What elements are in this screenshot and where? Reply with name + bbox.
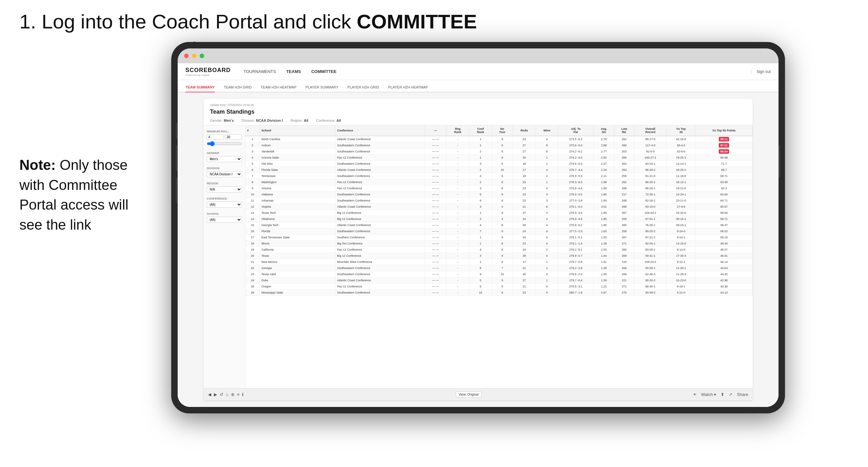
avg-sg-cell: 3.01 xyxy=(593,204,614,210)
table-row[interactable]: 23 Texas A&M Southeastern Conference — —… xyxy=(246,271,753,277)
view-original-button[interactable]: View: Original xyxy=(456,392,482,398)
vs50-points-cell: 60.94 xyxy=(695,191,753,198)
avg-sg-cell: 1.30 xyxy=(593,271,614,277)
info-icon[interactable]: ℹ xyxy=(242,392,244,397)
overall-cell: 86-26-1 xyxy=(634,185,666,191)
table-row[interactable]: 24 Duke Atlantic Coast Conference — — - … xyxy=(246,277,753,284)
rounds-slider[interactable] xyxy=(207,141,242,146)
conference-select[interactable]: (All) xyxy=(207,201,242,208)
vs50-points-cell: 85.98 xyxy=(695,155,753,161)
export-icon[interactable]: ⬆ xyxy=(721,392,724,397)
col-vs-top25: Vs Top25 xyxy=(666,125,695,136)
nav-arrows: — — xyxy=(425,253,446,259)
share-button[interactable]: Share xyxy=(737,392,748,397)
table-row[interactable]: 9 Arizona Pac-12 Conference — — - 3 8 23… xyxy=(246,185,753,191)
vs25-cell: 13-15-0 xyxy=(666,241,695,247)
conference-cell: Southeastern Conference xyxy=(335,265,425,271)
wins-cell: 6 xyxy=(536,204,558,210)
bookmark-icon[interactable]: ⊕ xyxy=(231,392,235,397)
nav-arrows: — — xyxy=(425,277,446,284)
table-row[interactable]: 18 Illinois Big Ten Conference — — - 1 8… xyxy=(246,241,753,247)
wins-cell: 0 xyxy=(536,290,558,296)
vs25-cell: 9-24-0 xyxy=(666,228,695,235)
list-icon[interactable]: ≡ xyxy=(237,392,240,397)
table-row[interactable]: 22 Georgia Southeastern Conference — — -… xyxy=(246,265,753,271)
table-row[interactable]: 7 Tennessee Southeastern Conference — — … xyxy=(246,173,753,179)
school-select[interactable]: (All) xyxy=(207,217,242,223)
table-row[interactable]: 11 Arkansas Southeastern Conference — — … xyxy=(246,198,753,204)
minimize-dot[interactable] xyxy=(192,54,196,58)
subnav-player-summary[interactable]: PLAYER SUMMARY xyxy=(306,85,339,92)
share-icon[interactable]: ↗ xyxy=(729,392,732,397)
table-row[interactable]: 15 Georgia Tech Atlantic Coast Conferenc… xyxy=(246,222,753,228)
table-row[interactable]: 25 Oregon Pac-12 Conference — — - 5 9 21… xyxy=(246,284,753,290)
table-row[interactable]: 19 California Pac-12 Conference — — - 4 … xyxy=(246,247,753,253)
subnav-team-summary[interactable]: TEAM SUMMARY xyxy=(185,85,215,92)
table-row[interactable]: 10 Alabama Southeastern Conference — — -… xyxy=(246,191,753,198)
table-row[interactable]: 13 Texas Tech Big 12 Conference — — - 1 … xyxy=(246,210,753,216)
table-row[interactable]: 21 New Mexico Mountain West Conference —… xyxy=(246,259,753,265)
conference-cell: Southern Conference xyxy=(335,235,425,241)
close-dot[interactable] xyxy=(184,54,189,58)
nav-arrows: — — xyxy=(425,259,446,265)
subnav-player-h2h-grid[interactable]: PLAYER H2H GRID xyxy=(348,85,379,92)
table-row[interactable]: 5 Ole Miss Southeastern Conference — — -… xyxy=(246,161,753,167)
low-rd-cell: 269 xyxy=(614,271,634,277)
subnav-team-h2h-heatmap[interactable]: TEAM H2H HEATMAP xyxy=(261,85,297,92)
no-tour-cell: 10 xyxy=(492,271,513,277)
table-row[interactable]: 8 Washington Pac-12 Conference — — - 2 8… xyxy=(246,179,753,185)
nav-teams[interactable]: TEAMS xyxy=(286,68,301,75)
rank-cell: 25 xyxy=(246,284,260,290)
home-icon[interactable]: ⌂ xyxy=(226,392,228,397)
table-row[interactable]: 26 Mississippi State Southeastern Confer… xyxy=(246,290,753,296)
overall-cell: 88-17-0 xyxy=(634,136,666,143)
watch-button[interactable]: Watch ▾ xyxy=(701,392,716,397)
forward-icon[interactable]: ▶ xyxy=(214,392,217,397)
min-rounds-input[interactable] xyxy=(207,134,224,140)
sign-out-button[interactable]: Sign out xyxy=(751,69,771,74)
table-row[interactable]: 2 Auburn Southeastern Conference — — - 1… xyxy=(246,143,753,149)
table-row[interactable]: 1 North Carolina Atlantic Coast Conferen… xyxy=(246,136,753,143)
overall-cell: 109-24-2 xyxy=(634,259,666,265)
gender-select[interactable]: Men's xyxy=(207,156,242,162)
nav-tournaments[interactable]: TOURNAMENTS xyxy=(244,68,276,75)
no-tour-cell: 8 xyxy=(492,149,513,155)
maximize-dot[interactable] xyxy=(199,54,204,58)
vs25-cell: 18-12-1 xyxy=(666,179,695,185)
avg-sg-cell: 1.55 xyxy=(593,235,614,241)
division-select[interactable]: NCAA Division I xyxy=(207,171,242,177)
vs50-points-cell: 43.13 xyxy=(695,290,753,296)
subnav-team-h2h-grid[interactable]: TEAM H2H GRID xyxy=(224,85,252,92)
table-row[interactable]: 17 East Tennessee State Southern Confere… xyxy=(246,235,753,241)
rank-cell: 7 xyxy=(246,173,260,179)
table-row[interactable]: 12 Virginia Atlantic Coast Conference — … xyxy=(246,204,753,210)
adj-par-cell: 273.5 -5.2 xyxy=(558,136,594,143)
wins-cell: 1 xyxy=(536,155,558,161)
table-row[interactable]: 3 Vanderbilt Southeastern Conference — —… xyxy=(246,149,753,155)
vs50-points-cell: 42.98 xyxy=(695,277,753,284)
col-rank: # xyxy=(246,125,260,136)
rnds-cell: 28 xyxy=(513,253,536,259)
max-rounds-input[interactable] xyxy=(225,134,242,140)
vs25-cell: 17-33-3 xyxy=(666,253,695,259)
nav-committee[interactable]: COMMITTEE xyxy=(311,68,337,75)
conference-cell: Big 12 Conference xyxy=(335,210,425,216)
avg-sg-cell: 2.20 xyxy=(593,167,614,173)
avg-sg-cell: 1.44 xyxy=(593,253,614,259)
table-row[interactable]: 20 Texas Big 12 Conference — — - 3 8 28 … xyxy=(246,253,753,259)
reg-rank-cell: - xyxy=(446,265,469,271)
adj-par-cell: 279.7 -0.4 xyxy=(558,277,594,284)
table-row[interactable]: 16 Florida Southeastern Conference — — -… xyxy=(246,228,753,235)
col-wins: Wins xyxy=(536,125,558,136)
table-row[interactable]: 6 Florida State Atlantic Coast Conferenc… xyxy=(246,167,753,173)
low-rd-cell: 268 xyxy=(614,185,634,191)
reload-icon[interactable]: ↺ xyxy=(220,392,223,397)
overall-cell: 80-25-2 xyxy=(634,228,666,235)
table-row[interactable]: 14 Oklahoma Big 12 Conference — — - 2 4 … xyxy=(246,216,753,222)
table-row[interactable]: 4 Arizona State Pac-12 Conference — — - … xyxy=(246,155,753,161)
back-icon[interactable]: ◀ xyxy=(208,392,211,397)
region-select[interactable]: N/A xyxy=(207,186,242,192)
subnav-player-h2h-heatmap[interactable]: PLAYER H2H HEATMAP xyxy=(388,85,428,92)
avg-sg-cell: 1.86 xyxy=(593,191,614,198)
avg-sg-cell: 2.52 xyxy=(593,155,614,161)
